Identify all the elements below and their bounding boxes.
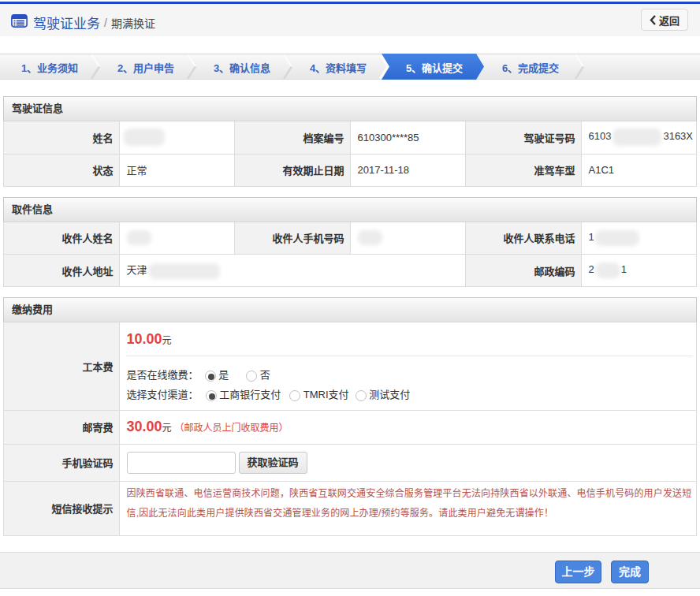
- svg-text:1、业务须知: 1、业务须知: [21, 62, 78, 74]
- svg-text:4、资料填写: 4、资料填写: [310, 62, 367, 74]
- svg-text:5、确认提交: 5、确认提交: [406, 62, 463, 74]
- svg-text:6、完成提交: 6、完成提交: [502, 62, 559, 74]
- svg-text:3、确认信息: 3、确认信息: [214, 62, 270, 74]
- svg-text:2、用户申告: 2、用户申告: [117, 62, 174, 74]
